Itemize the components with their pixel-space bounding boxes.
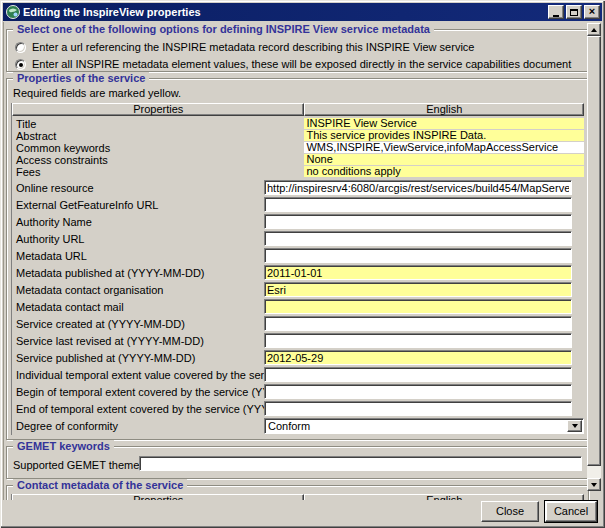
button-bar: Close Cancel <box>3 500 602 525</box>
radio-icon[interactable] <box>15 42 26 53</box>
service-properties-groupbox: Properties of the service Required field… <box>6 78 589 440</box>
close-button[interactable]: Close <box>481 501 539 522</box>
property-value-input[interactable] <box>264 180 572 195</box>
close-window-button[interactable]: × <box>584 5 600 19</box>
window-title: Editing the InspireView properties <box>23 6 546 18</box>
dropdown-arrow-button[interactable] <box>567 420 582 432</box>
title-bar[interactable]: Editing the InspireView properties × <box>3 3 602 21</box>
gemet-group-title: GEMET keywords <box>13 440 114 452</box>
radio-label: Enter all INSPIRE metadata element value… <box>32 58 571 70</box>
degree-of-conformity-value: Conform <box>268 420 310 433</box>
property-label: Online resource <box>16 182 94 194</box>
property-row: Fees no conditions apply <box>12 166 584 177</box>
property-value-input[interactable] <box>264 265 572 280</box>
property-row: Access constraints None <box>12 154 584 165</box>
property-value-cell[interactable]: no conditions apply <box>304 166 584 177</box>
property-input-row: Metadata URL <box>12 248 584 265</box>
radio-icon[interactable] <box>15 59 26 70</box>
property-value-input[interactable] <box>264 316 572 331</box>
property-input-row: Metadata contact mail <box>12 299 584 316</box>
vertical-scrollbar[interactable] <box>587 23 601 491</box>
required-fields-note: Required fields are marked yellow. <box>13 87 584 99</box>
property-label: Authority Name <box>16 216 92 228</box>
degree-of-conformity-row: Degree of conformity Conform <box>12 418 584 435</box>
property-value-input[interactable] <box>264 350 572 365</box>
property-label: Service last revised at (YYYY-MM-DD) <box>16 335 204 347</box>
property-value-cell[interactable]: None <box>304 154 584 165</box>
gemet-themes-label: Supported GEMET themes <box>13 459 145 471</box>
property-input-row: Individual temporal extent value covered… <box>12 367 584 384</box>
property-input-row: Service last revised at (YYYY-MM-DD) <box>12 333 584 350</box>
property-value-input[interactable] <box>264 282 572 297</box>
column-header-properties: Properties <box>12 103 304 116</box>
property-value-input[interactable] <box>264 367 572 382</box>
scroll-down-button[interactable] <box>587 478 601 491</box>
degree-of-conformity-dropdown[interactable]: Conform <box>264 418 584 434</box>
property-row: Title INSPIRE View Service <box>12 118 584 129</box>
property-input-row: Online resource <box>12 180 584 197</box>
property-label: Metadata URL <box>16 250 87 262</box>
property-value-input[interactable] <box>264 401 572 416</box>
dialog-window: Editing the InspireView properties × Sel… <box>0 0 605 528</box>
dialog-scroll-area: Select one of the following options for … <box>3 22 602 500</box>
property-label: Access constraints <box>12 154 304 166</box>
property-input-row: End of temporal extent covered by the se… <box>12 401 584 418</box>
property-value-cell[interactable]: This service provides INSPIRE Data. <box>304 130 584 141</box>
gemet-themes-row: Supported GEMET themes <box>11 456 584 474</box>
radio-label: Enter a url referencing the INSPIRE meta… <box>32 41 474 53</box>
property-label: Common keywords <box>12 142 304 154</box>
property-input-row: Authority URL <box>12 231 584 248</box>
property-value-input[interactable] <box>264 248 572 263</box>
property-input-row: Metadata contact organisation <box>12 282 584 299</box>
property-label: Fees <box>12 166 304 178</box>
property-value-input[interactable] <box>264 231 572 246</box>
property-label: Service published at (YYYY-MM-DD) <box>16 352 195 364</box>
cancel-button[interactable]: Cancel <box>545 501 597 522</box>
property-input-row: Authority Name <box>12 214 584 231</box>
property-row: Abstract This service provides INSPIRE D… <box>12 130 584 141</box>
property-label: Abstract <box>12 130 304 142</box>
property-input-row: External GetFeatureInfo URL <box>12 197 584 214</box>
scrollbar-thumb[interactable] <box>587 36 601 466</box>
property-label: Metadata contact organisation <box>16 284 163 296</box>
property-value-input[interactable] <box>264 214 572 229</box>
metadata-option-radio[interactable]: Enter all INSPIRE metadata element value… <box>15 56 584 72</box>
property-label: Metadata published at (YYYY-MM-DD) <box>16 267 205 279</box>
gemet-groupbox: GEMET keywords Supported GEMET themes <box>6 446 589 479</box>
property-input-row: Service published at (YYYY-MM-DD) <box>12 350 584 367</box>
property-input-row: Service created at (YYYY-MM-DD) <box>12 316 584 333</box>
contact-groupbox: Contact metadata of the service Properti… <box>6 485 589 500</box>
property-value-input[interactable] <box>264 299 572 314</box>
scroll-up-button[interactable] <box>587 23 601 36</box>
degree-of-conformity-label: Degree of conformity <box>16 420 118 432</box>
property-value-input[interactable] <box>264 197 572 212</box>
gemet-themes-input[interactable] <box>139 456 582 471</box>
service-properties-group-title: Properties of the service <box>13 72 149 84</box>
minimize-button[interactable] <box>548 5 564 19</box>
options-group-title: Select one of the following options for … <box>13 23 434 35</box>
metadata-option-radio[interactable]: Enter a url referencing the INSPIRE meta… <box>15 39 584 55</box>
property-value-input[interactable] <box>264 333 572 348</box>
contact-group-title: Contact metadata of the service <box>13 479 187 491</box>
property-label: Metadata contact mail <box>16 301 124 313</box>
options-groupbox: Select one of the following options for … <box>6 29 589 72</box>
property-value-input[interactable] <box>264 384 572 399</box>
property-label: External GetFeatureInfo URL <box>16 199 158 211</box>
property-input-row: Begin of temporal extent covered by the … <box>12 384 584 401</box>
scroll-up-icon <box>591 28 597 32</box>
chevron-down-icon <box>572 424 578 428</box>
close-icon: × <box>589 6 595 17</box>
scroll-down-icon <box>591 483 597 487</box>
property-label: Authority URL <box>16 233 84 245</box>
property-value-cell[interactable]: INSPIRE View Service <box>304 118 584 129</box>
minimize-icon <box>553 15 559 17</box>
property-label: Title <box>12 118 304 130</box>
maximize-button[interactable] <box>566 5 582 19</box>
property-row: Common keywords WMS,INSPIRE,ViewService,… <box>12 142 584 153</box>
inspireview-app-icon <box>6 5 20 19</box>
property-input-row: Metadata published at (YYYY-MM-DD) <box>12 265 584 282</box>
property-value-cell[interactable]: WMS,INSPIRE,ViewService,infoMapAccessSer… <box>304 142 584 153</box>
property-label: Service created at (YYYY-MM-DD) <box>16 318 185 330</box>
maximize-icon <box>570 9 578 16</box>
column-header-english: English <box>304 103 584 116</box>
